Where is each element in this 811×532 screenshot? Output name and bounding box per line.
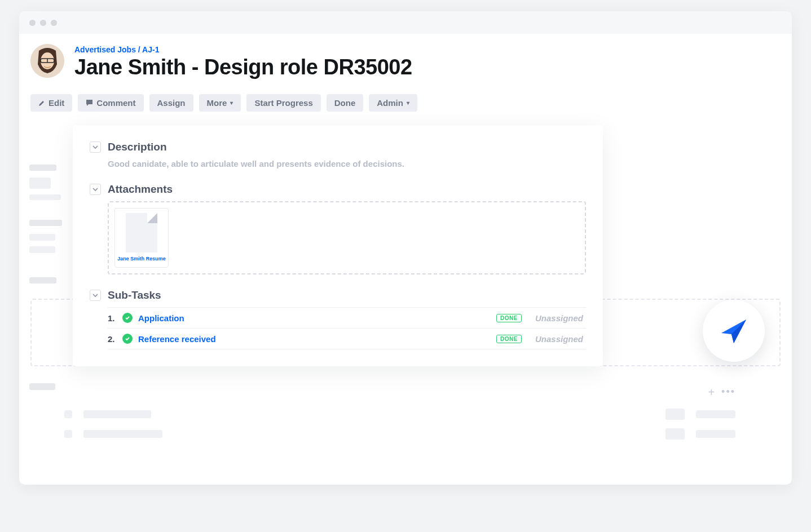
page-title: Jane Smith - Design role DR35002 [74, 55, 412, 79]
description-text: Good canidate, able to articulate well a… [108, 159, 586, 169]
status-badge: DONE [496, 314, 522, 322]
issue-card: Description Good canidate, able to artic… [73, 125, 603, 366]
collapse-toggle[interactable] [90, 184, 101, 195]
chevron-down-icon: ▾ [230, 100, 233, 106]
section-title: Sub-Tasks [108, 289, 161, 302]
bg-actions: + ••• [708, 386, 735, 399]
plus-icon[interactable]: + [708, 386, 715, 399]
attachments-section: Attachments Jane Smith Resume [90, 183, 586, 274]
traffic-light-zoom[interactable] [51, 20, 57, 26]
chevron-down-icon [92, 187, 98, 192]
done-button[interactable]: Done [327, 94, 364, 112]
skeleton-row [64, 409, 735, 420]
chevron-down-icon: ▾ [407, 100, 409, 106]
file-icon [126, 213, 157, 252]
breadcrumb[interactable]: Advertised Jobs / AJ-1 [74, 45, 412, 54]
attachment-file[interactable]: Jane Smith Resume [114, 208, 169, 268]
skeleton [29, 220, 66, 253]
assignee: Unassigned [535, 334, 586, 344]
chevron-down-icon [92, 292, 98, 298]
traffic-light-minimize[interactable] [40, 20, 46, 26]
skeleton-row [64, 428, 735, 440]
attachments-dropzone[interactable]: Jane Smith Resume [108, 201, 586, 274]
status-badge: DONE [496, 335, 522, 343]
titlebar [19, 11, 792, 34]
edit-label: Edit [49, 98, 64, 108]
subtask-link[interactable]: Reference received [138, 334, 491, 344]
comment-button[interactable]: Comment [78, 94, 143, 112]
assign-button[interactable]: Assign [149, 94, 193, 112]
section-title: Attachments [108, 183, 173, 196]
header-text: Advertised Jobs / AJ-1 Jane Smith - Desi… [74, 44, 412, 79]
subtask-number: 1. [108, 313, 117, 323]
avatar[interactable] [30, 44, 64, 78]
description-section: Description Good canidate, able to artic… [90, 141, 586, 169]
skeleton [29, 165, 66, 200]
comment-icon [86, 99, 93, 107]
check-icon [122, 334, 133, 344]
more-icon[interactable]: ••• [721, 386, 735, 399]
chevron-down-icon [92, 144, 98, 150]
section-title: Description [108, 141, 167, 153]
comment-label: Comment [96, 98, 135, 108]
send-fab[interactable] [703, 300, 765, 362]
page: Advertised Jobs / AJ-1 Jane Smith - Desi… [19, 34, 792, 389]
start-progress-button[interactable]: Start Progress [246, 94, 320, 112]
edit-button[interactable]: Edit [30, 94, 72, 112]
collapse-toggle[interactable] [90, 290, 101, 301]
file-name: Jane Smith Resume [117, 256, 166, 262]
collapse-toggle[interactable] [90, 141, 101, 153]
paper-plane-icon [717, 314, 751, 348]
subtasks-section: Sub-Tasks 1. Application DONE Unassigned… [90, 289, 586, 349]
subtask-number: 2. [108, 334, 117, 344]
browser-window: Advertised Jobs / AJ-1 Jane Smith - Desi… [19, 11, 792, 485]
skeleton [29, 277, 66, 283]
subtask-row[interactable]: 2. Reference received DONE Unassigned [108, 329, 586, 349]
assignee: Unassigned [535, 313, 586, 323]
more-label: More [207, 98, 227, 108]
admin-label: Admin [377, 98, 403, 108]
subtask-link[interactable]: Application [138, 313, 491, 323]
pencil-icon [38, 100, 45, 107]
admin-button[interactable]: Admin ▾ [369, 94, 417, 112]
toolbar: Edit Comment Assign More ▾ Start Progres… [30, 94, 781, 112]
header: Advertised Jobs / AJ-1 Jane Smith - Desi… [30, 44, 781, 79]
avatar-image [30, 44, 64, 78]
check-icon [122, 313, 133, 323]
traffic-light-close[interactable] [29, 20, 36, 26]
more-button[interactable]: More ▾ [199, 94, 241, 112]
subtask-row[interactable]: 1. Application DONE Unassigned [108, 307, 586, 329]
skeleton [29, 383, 66, 390]
